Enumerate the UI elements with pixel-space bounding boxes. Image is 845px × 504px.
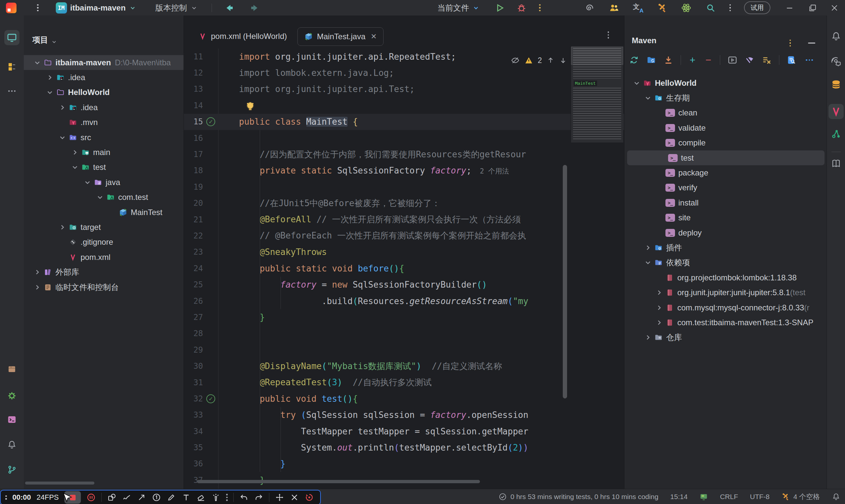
display-color-icon[interactable] — [700, 492, 708, 501]
project-hscrollbar[interactable] — [25, 482, 94, 485]
close-tab-icon[interactable]: ✕ — [371, 32, 376, 41]
database-toolwindow-button[interactable] — [831, 79, 841, 90]
toggle-offline-mode-icon[interactable] — [745, 55, 755, 65]
ai-assistant-icon[interactable] — [584, 3, 594, 13]
build-toolwindow-button[interactable] — [7, 364, 17, 374]
chevron-down-icon[interactable] — [71, 163, 79, 172]
notifications-icon[interactable] — [832, 492, 840, 501]
number-badge-tool-icon[interactable] — [152, 493, 161, 502]
chevron-down-icon[interactable] — [96, 193, 104, 201]
project-item-.idea[interactable]: .idea — [24, 70, 183, 85]
skip-tests-icon[interactable] — [762, 55, 772, 65]
code-line-20[interactable]: 20 //在JUnit5中@Before被废弃，它被细分了： — [184, 195, 624, 212]
reload-maven-projects-icon[interactable] — [629, 55, 639, 65]
remove-maven-project-icon[interactable]: − — [704, 56, 712, 64]
atom-plugin-icon[interactable] — [681, 2, 692, 14]
chevron-right-icon[interactable] — [655, 288, 664, 297]
clock[interactable]: 15:14 — [670, 493, 688, 501]
project-panel-header[interactable]: 项目 — [24, 16, 183, 50]
tools-icon[interactable] — [657, 3, 667, 13]
add-maven-project-icon[interactable]: + — [688, 56, 697, 64]
run-test-gutter-icon[interactable]: ✓ — [206, 118, 215, 126]
maven-item-validate[interactable]: >_validate — [624, 120, 827, 135]
chevron-down-icon[interactable] — [644, 258, 652, 267]
editor-hscrollbar[interactable] — [197, 480, 480, 483]
code-line-21[interactable]: 21 @BeforeAll // 一次性开启所有测试案例只会执行一次（方法必须 — [184, 212, 624, 228]
project-item-com.test[interactable]: com.test — [24, 190, 183, 205]
project-item-main[interactable]: main — [24, 145, 183, 160]
pause-recording-button[interactable] — [87, 493, 96, 502]
encoding-widget[interactable]: UTF-8 — [750, 493, 770, 501]
laser-pointer-icon[interactable] — [211, 493, 221, 502]
minimap[interactable]: MainTest — [571, 46, 623, 143]
code-line-25[interactable]: 25 factory = new SqlSessionFactoryBuilde… — [184, 276, 624, 292]
debug-button[interactable] — [516, 3, 527, 13]
dependencies-toolwindow-button[interactable] — [831, 129, 841, 139]
chevron-right-icon[interactable] — [644, 333, 652, 342]
chevron-right-icon[interactable] — [71, 148, 79, 157]
project-item-itbaima-maven[interactable]: itbaima-mavenD:\0-Maven\itba — [24, 55, 183, 70]
maven-options-kebab-icon[interactable] — [790, 40, 791, 47]
code-line-30[interactable]: 30 @DisplayName("Mybatis数据库测试") //自定义测试名… — [184, 358, 624, 374]
structure-toolwindow-button[interactable] — [7, 62, 17, 72]
code-line-26[interactable]: 26 .build(Resources.getResourceAsStream(… — [184, 293, 624, 309]
maven-item-compile[interactable]: >_compile — [624, 136, 827, 150]
maven-item-verify[interactable]: >_verify — [624, 180, 827, 195]
ai-assistant-toolwindow-button[interactable] — [830, 56, 842, 67]
project-item-test[interactable]: test — [24, 160, 183, 175]
code-line-34[interactable]: 34 TestMapper testMapper = sqlSession.ge… — [184, 423, 624, 439]
chevron-right-icon[interactable] — [655, 304, 664, 312]
run-configuration-selector[interactable]: 当前文件 — [437, 3, 480, 13]
chevron-right-icon[interactable] — [33, 283, 41, 292]
project-item--[interactable]: 临时文件和控制台 — [24, 280, 183, 294]
forward-button[interactable] — [249, 3, 260, 13]
project-toolwindow-button[interactable] — [4, 30, 19, 45]
project-item-.idea[interactable]: .idea — [24, 100, 183, 115]
maven-item-clean[interactable]: >_clean — [624, 106, 827, 120]
chevron-right-icon[interactable] — [33, 268, 41, 276]
hide-toolwindow-icon[interactable] — [808, 42, 815, 43]
maven-item-com.test-itbaima-maventest-1.3-snap[interactable]: com.test:itbaima-mavenTest:1.3-SNAP — [624, 315, 827, 330]
code-line-13[interactable]: 13import org.junit.jupiter.api.Test; — [184, 81, 624, 97]
maven-toolwindow-button[interactable] — [828, 104, 844, 119]
freehand-tool-icon[interactable] — [122, 493, 131, 502]
code-line-35[interactable]: 35 System.out.println(testMapper.selectB… — [184, 439, 624, 455]
git-toolwindow-button[interactable] — [7, 465, 17, 475]
tab-pom-xml[interactable]: pom.xml (HelloWorld) — [192, 28, 294, 45]
intention-bulb-icon[interactable] — [247, 103, 253, 109]
translation-icon[interactable]: 文A — [633, 3, 643, 13]
run-button[interactable] — [495, 3, 505, 13]
chevron-right-icon[interactable] — [655, 318, 664, 327]
chevron-down-icon[interactable] — [632, 79, 641, 87]
code-editor[interactable]: 11import org.junit.jupiter.api.RepeatedT… — [184, 49, 624, 489]
execute-maven-goal-icon[interactable] — [727, 55, 737, 65]
code-line-14[interactable]: 14 — [184, 97, 624, 113]
download-sources-icon[interactable] — [664, 55, 673, 65]
maven-item-package[interactable]: >_package — [624, 165, 827, 180]
pencil-tool-icon[interactable] — [167, 493, 176, 502]
chevron-down-icon[interactable] — [58, 133, 67, 142]
run-test-gutter-icon[interactable]: ✓ — [206, 394, 215, 403]
code-with-me-icon[interactable] — [609, 3, 619, 13]
project-item-src[interactable]: src — [24, 130, 183, 145]
problems-toolwindow-button[interactable] — [7, 440, 17, 450]
tool-options-kebab-icon[interactable] — [226, 494, 228, 501]
maven-item-test[interactable]: >_test — [627, 150, 825, 165]
minimize-button[interactable] — [785, 3, 794, 13]
maven-item--[interactable]: 依赖项 — [624, 255, 827, 270]
shapes-tool-icon[interactable] — [107, 493, 117, 502]
code-line-12[interactable]: 12import lombok.extern.java.Log; — [184, 65, 624, 81]
maven-item--[interactable]: 插件 — [624, 240, 827, 255]
vcs-widget[interactable]: 版本控制 — [156, 3, 198, 13]
maven-item-deploy[interactable]: >_deploy — [624, 225, 827, 240]
main-menu-kebab-icon[interactable] — [37, 4, 39, 12]
arrow-tool-icon[interactable] — [137, 493, 146, 502]
notifications-button[interactable] — [831, 31, 841, 41]
documentation-toolwindow-button[interactable] — [831, 158, 841, 169]
tab-maintest-java[interactable]: MainTest.java ✕ — [297, 28, 384, 46]
project-item-java[interactable]: java — [24, 175, 183, 190]
maven-item-org.projectlombok-lombok-1.18.38[interactable]: org.projectlombok:lombok:1.18.38 — [624, 270, 827, 285]
line-separator-widget[interactable]: CRLF — [720, 493, 738, 501]
code-line-31[interactable]: 31 @RepeatedTest(3) //自动执行多次测试 — [184, 374, 624, 391]
terminal-toolwindow-button[interactable] — [7, 415, 17, 425]
